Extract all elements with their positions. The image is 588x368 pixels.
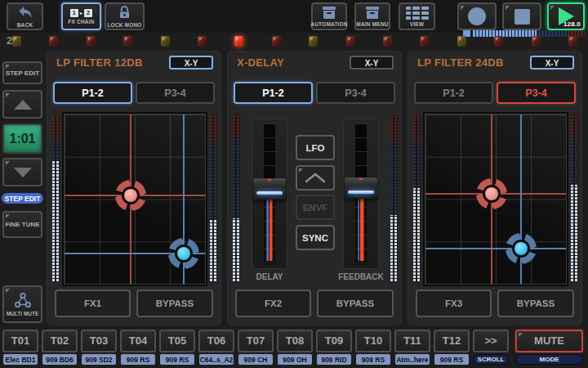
envf-button[interactable]: ENVF — [296, 195, 335, 220]
track-button-t05[interactable]: T05 — [159, 330, 195, 352]
xy-pad-area — [408, 114, 582, 283]
slider-handle[interactable] — [253, 178, 286, 200]
pattern-pad-indicator[interactable] — [123, 36, 132, 47]
panel-title: LP FILTER 12DB — [56, 56, 143, 69]
record-icon — [468, 7, 486, 25]
app-screen: BACK 1▸2 FX CHAIN LOCK MONO AUTOMATION M… — [0, 0, 588, 368]
bypass-button[interactable]: BYPASS — [317, 289, 394, 317]
track-name-label: 909 RS — [121, 354, 155, 365]
track-button-t06[interactable]: T06 — [198, 330, 234, 352]
xy-mode-button[interactable]: X-Y — [530, 56, 574, 70]
track-button-t11[interactable]: T11 — [394, 330, 430, 352]
pattern-pad-indicator[interactable] — [420, 36, 429, 47]
mode-label: MODE — [515, 354, 583, 365]
pattern-pad-indicator[interactable] — [272, 36, 281, 47]
pattern-pad-indicator[interactable] — [532, 36, 541, 47]
track-name-label: C64..s_A2 — [199, 354, 234, 365]
pattern-pad-indicator[interactable] — [568, 36, 577, 47]
fx-panel-1: LP FILTER 12DB X-Y P1-2 P3-4 FX1 BYPASS — [47, 51, 221, 325]
track-name-label: 909 RS — [356, 354, 390, 365]
sync-button[interactable]: SYNC — [296, 225, 335, 250]
lfo-button[interactable]: LFO — [296, 135, 335, 160]
fx-chain-button[interactable]: 1▸2 FX CHAIN — [61, 2, 101, 30]
tab-p3-4[interactable]: P3-4 — [136, 82, 215, 104]
pattern-pad-indicator[interactable] — [12, 36, 21, 47]
pattern-pad-indicator[interactable] — [309, 36, 318, 47]
track-button-t04[interactable]: T04 — [120, 330, 156, 352]
blue-xy-handle[interactable] — [168, 238, 199, 269]
pattern-pad-indicator[interactable] — [198, 36, 207, 47]
arrow-down-icon — [14, 168, 32, 177]
track-button-t09[interactable]: T09 — [316, 330, 352, 352]
delay-label: DELAY — [245, 272, 294, 281]
mute-mode-button[interactable]: MUTE — [515, 330, 583, 352]
lock-mono-button[interactable]: LOCK MONO — [105, 2, 145, 30]
slider-fill — [359, 196, 364, 261]
feedback-slider[interactable] — [343, 119, 379, 269]
track-name-label: Atm..here — [395, 354, 430, 365]
track-button-t08[interactable]: T08 — [277, 330, 313, 352]
level-meter-right — [210, 114, 217, 282]
track-name-label: 909 CH — [238, 354, 273, 365]
xy-pad-surface[interactable] — [64, 114, 206, 285]
track-name-label: Elec BD1 — [3, 354, 38, 365]
view-button[interactable]: VIEW — [399, 2, 435, 30]
pattern-pad-indicator[interactable] — [87, 36, 96, 47]
step-edit-button[interactable]: STEP EDIT — [2, 61, 42, 84]
lfo-shape-button[interactable] — [296, 165, 335, 191]
pattern-pad-indicator[interactable] — [161, 36, 170, 47]
pattern-pad-indicator[interactable] — [494, 36, 503, 47]
slider-handle[interactable] — [345, 177, 377, 199]
blue-xy-handle[interactable] — [506, 233, 537, 264]
track-button-t12[interactable]: T12 — [434, 330, 470, 352]
red-xy-handle[interactable] — [476, 178, 507, 209]
level-meter-right — [390, 114, 398, 282]
track-button-t07[interactable]: T07 — [238, 330, 274, 352]
tab-p3-4[interactable]: P3-4 — [497, 82, 576, 104]
track-scroll-button[interactable]: >> — [473, 330, 509, 352]
pattern-pad-indicator[interactable] — [457, 36, 466, 47]
fine-tune-button[interactable]: FINE TUNE — [2, 211, 42, 238]
pattern-pad-indicator[interactable] — [346, 36, 355, 47]
play-button[interactable]: 128.0 — [547, 2, 585, 30]
track-name-label: 909 SD2 — [82, 354, 116, 365]
level-meter-left — [233, 114, 240, 282]
slider-fill — [267, 197, 273, 261]
tempo-display: 128.0 — [564, 20, 581, 28]
step-up-button[interactable] — [2, 90, 42, 119]
bypass-button[interactable]: BYPASS — [136, 289, 213, 317]
fx-panel-2: X-DELAY X-Y P1-2 P3-4 DELAY FEEDBACK LFO… — [227, 51, 402, 325]
track-button-t02[interactable]: T02 — [42, 330, 78, 352]
multi-mute-button[interactable]: MULTI MUTE — [2, 285, 42, 323]
automation-button[interactable]: AUTOMATION — [311, 2, 347, 30]
level-meter-left — [413, 114, 421, 282]
stop-button[interactable] — [502, 2, 541, 30]
pattern-pad-indicator[interactable] — [49, 36, 58, 47]
track-button-t10[interactable]: T10 — [355, 330, 391, 352]
tab-p3-4[interactable]: P3-4 — [316, 82, 395, 104]
pattern-pad-indicator[interactable] — [234, 36, 243, 47]
xy-pad-surface[interactable] — [425, 114, 567, 285]
track-name-label: 909 RID — [317, 354, 351, 365]
fx-select-button[interactable]: FX3 — [416, 289, 492, 317]
position-display: 1:01 — [2, 123, 42, 154]
delay-slider[interactable] — [252, 119, 287, 269]
xy-mode-button[interactable]: X-Y — [350, 56, 394, 70]
fx-select-button[interactable]: FX1 — [55, 289, 131, 317]
scroll-label: SCROLL — [473, 354, 509, 365]
main-menu-button[interactable]: MAIN MENU — [354, 2, 390, 30]
xy-mode-button[interactable]: X-Y — [169, 56, 213, 70]
fx-select-button[interactable]: FX2 — [235, 289, 311, 317]
pattern-pad-indicator[interactable] — [383, 36, 392, 47]
step-down-button[interactable] — [2, 158, 42, 186]
track-button-t03[interactable]: T03 — [81, 330, 117, 352]
tab-p1-2[interactable]: P1-2 — [53, 82, 132, 104]
panel-title: X-DELAY — [237, 56, 284, 69]
record-button[interactable] — [457, 2, 497, 30]
tab-p1-2[interactable]: P1-2 — [414, 82, 493, 104]
back-button[interactable]: BACK — [7, 2, 43, 30]
track-button-t01[interactable]: T01 — [2, 330, 38, 352]
bypass-button[interactable]: BYPASS — [497, 289, 574, 317]
red-xy-handle[interactable] — [115, 180, 146, 211]
tab-p1-2[interactable]: P1-2 — [234, 82, 313, 104]
